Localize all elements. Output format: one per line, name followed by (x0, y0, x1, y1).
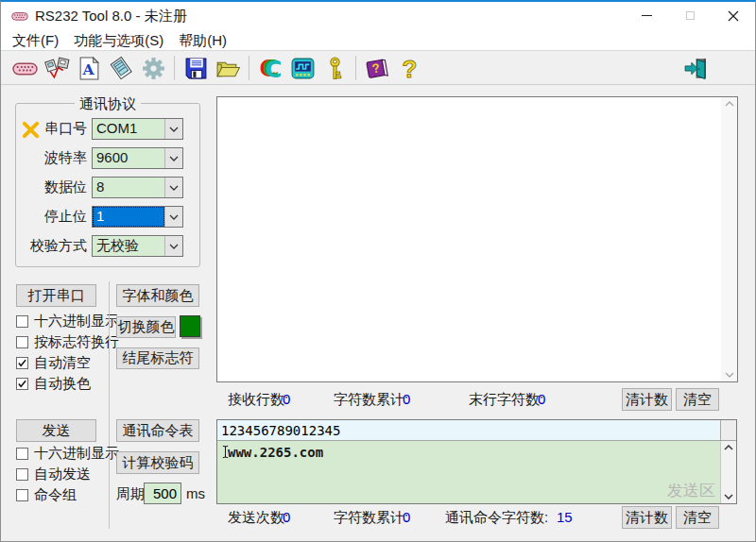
maximize-button[interactable] (668, 2, 712, 29)
tx-times-value: 0 (283, 509, 290, 525)
send-command-input[interactable] (217, 420, 720, 440)
menu-item-help[interactable]: 帮助(H) (171, 30, 234, 50)
checkbox-command-group[interactable]: 命令组 (16, 487, 77, 503)
end-flag-button[interactable]: 结尾标志符 (116, 347, 199, 369)
toolbar-help-button[interactable]: ? (393, 53, 425, 83)
toolbar-connect-button[interactable] (41, 53, 73, 83)
tx-clear-button[interactable]: 清空 (676, 506, 719, 529)
help-icon: ? (397, 56, 422, 81)
font-icon: A (77, 56, 102, 81)
checkbox-box (16, 489, 28, 501)
scroll-down-icon[interactable] (725, 372, 734, 378)
period-label: 周期 (116, 485, 145, 503)
field-label: 校验方式 (16, 237, 87, 255)
toolbar-save-button[interactable] (180, 53, 212, 83)
receive-scrollbar[interactable] (721, 97, 737, 381)
toolbar: A CCC ? ? (1, 52, 755, 85)
combo-value: 1 (93, 207, 164, 227)
chevron-down-icon (169, 156, 179, 161)
combo-dropdown-button[interactable] (164, 119, 182, 139)
toolbar-separator (355, 56, 356, 80)
send-area-text: www.2265.com (228, 445, 323, 460)
checkbox-auto-send[interactable]: 自动发送 (16, 466, 91, 483)
menu-item-file[interactable]: 文件(F) (5, 30, 66, 50)
field-data-bits: 数据位 8 (16, 177, 199, 198)
chevron-down-icon (169, 214, 179, 220)
open-port-button[interactable]: 打开串口 (16, 284, 96, 307)
rx-clear-count-button[interactable]: 清计数 (622, 388, 672, 411)
switch-color-button[interactable]: 切换颜色 (116, 316, 176, 338)
key-icon (322, 56, 348, 81)
toolbar-help-book-button[interactable]: ? (361, 53, 393, 83)
app-window: RS232 Tool 8.0 - 未注册 文件(F) 功能与选项(S) 帮助(H… (0, 0, 756, 542)
minimize-button[interactable] (625, 2, 668, 29)
tx-clear-count-button[interactable]: 清计数 (622, 506, 672, 529)
combo-dropdown-button[interactable] (164, 148, 182, 168)
toolbar-font-button[interactable]: A (73, 53, 105, 83)
toolbar-exit-button[interactable] (679, 53, 712, 83)
combo-data-bits[interactable]: 8 (92, 177, 183, 198)
chevron-down-icon (169, 127, 179, 132)
checkbox-hex-display[interactable]: 十六进制显示 (16, 313, 119, 330)
toolbar-color-switch-button[interactable]: CCC (254, 53, 286, 83)
checkbox-auto-color[interactable]: 自动换色 (16, 376, 91, 392)
checkbox-label: 十六进制显示 (34, 313, 119, 330)
svg-text:A: A (81, 59, 94, 77)
window-title: RS232 Tool 8.0 - 未注册 (35, 8, 187, 25)
period-input[interactable] (144, 483, 181, 504)
scroll-down-icon[interactable] (724, 494, 733, 500)
checkbox-box (16, 468, 28, 481)
checkbox-label: 自动清空 (34, 354, 91, 372)
checkbox-auto-clear[interactable]: 自动清空 (16, 355, 91, 371)
tx-chars-value: 0 (403, 509, 410, 525)
scroll-up-icon[interactable] (724, 445, 733, 450)
combo-baud-rate[interactable]: 9600 (92, 147, 183, 169)
combo-value: 9600 (93, 148, 164, 168)
rx-clear-button[interactable]: 清空 (676, 388, 719, 411)
rx-lines-label: 接收行数: (228, 391, 288, 409)
send-composite: www.2265.com 发送区 (216, 419, 737, 504)
period-unit: ms (186, 485, 205, 501)
checkbox-hex-send[interactable]: 十六进制显示 (16, 446, 119, 462)
close-button[interactable] (712, 2, 755, 29)
combo-stop-bits[interactable]: 1 (92, 206, 183, 228)
combo-dropdown-button[interactable] (164, 178, 182, 197)
toolbar-display-button[interactable] (286, 53, 318, 83)
color-swatch[interactable] (180, 315, 200, 337)
combo-dropdown-button[interactable] (164, 207, 182, 227)
combo-parity[interactable]: 无校验 (92, 235, 183, 257)
send-button[interactable]: 发送 (16, 419, 96, 442)
receive-area[interactable] (216, 96, 738, 382)
help-book-icon: ? (365, 56, 390, 81)
send-area-row: www.2265.com 发送区 (217, 441, 736, 503)
save-icon (183, 56, 209, 81)
rx-lines-value: 0 (283, 391, 290, 407)
menubar: 文件(F) 功能与选项(S) 帮助(H) (1, 30, 755, 51)
combo-value: COM1 (93, 119, 164, 139)
toolbar-open-button[interactable] (212, 53, 244, 83)
checkbox-label: 命令组 (34, 486, 77, 504)
toolbar-serial-port-button[interactable] (9, 53, 41, 83)
checksum-button[interactable]: 计算校验码 (116, 451, 199, 474)
toolbar-settings-button[interactable] (137, 53, 169, 83)
tx-chars-label: 字符数累计: (334, 509, 408, 527)
combo-dropdown-button[interactable] (164, 236, 182, 256)
toolbar-register-button[interactable] (318, 53, 351, 83)
serial-port-icon (11, 8, 28, 25)
checkbox-wrap-on-flag[interactable]: 按标志符换行 (16, 334, 119, 350)
send-scrollbar[interactable] (720, 441, 736, 503)
rx-chars-value: 0 (403, 391, 410, 407)
tx-cmd-chars-label: 通讯命令字符数: (445, 509, 548, 527)
toolbar-color-pad-button[interactable] (105, 53, 137, 83)
field-label: 数据位 (16, 178, 87, 196)
send-area[interactable]: www.2265.com 发送区 (217, 441, 720, 503)
menu-item-options[interactable]: 功能与选项(S) (66, 30, 171, 50)
display-icon (290, 56, 316, 81)
svg-text:?: ? (402, 56, 417, 81)
combo-serial-port[interactable]: COM1 (92, 118, 183, 140)
command-table-button[interactable]: 通讯命令表 (116, 419, 199, 442)
toolbar-separator (249, 56, 249, 80)
scroll-up-icon[interactable] (725, 101, 734, 107)
checkbox-box (16, 315, 28, 328)
font-color-button[interactable]: 字体和颜色 (116, 284, 199, 307)
